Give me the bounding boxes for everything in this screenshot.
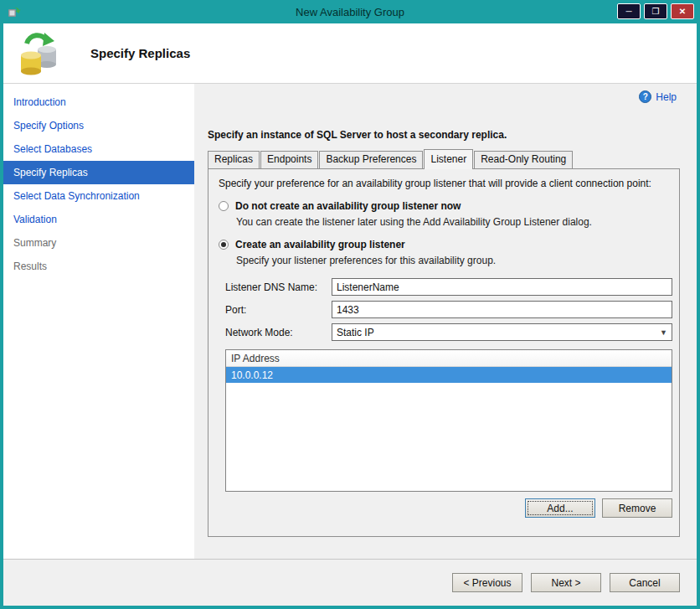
help-link[interactable]: ? Help xyxy=(639,90,677,103)
dialog-frame: Specify Replicas Introduction Specify Op… xyxy=(3,23,697,606)
sidebar-item-validation[interactable]: Validation xyxy=(3,208,194,231)
remove-button[interactable]: Remove xyxy=(602,498,672,518)
radio-create-listener-circle[interactable] xyxy=(219,240,229,250)
close-button[interactable]: ✕ xyxy=(671,3,694,19)
next-button[interactable]: Next > xyxy=(531,573,601,592)
instruction-text: Specify an instance of SQL Server to hos… xyxy=(208,129,680,141)
radio-no-listener-description: You can create the listener later using … xyxy=(236,216,672,228)
radio-no-listener-circle[interactable] xyxy=(219,201,229,211)
page-title: Specify Replicas xyxy=(90,46,190,60)
tab-endpoints[interactable]: Endpoints xyxy=(260,151,318,168)
sidebar-item-select-data-synchronization[interactable]: Select Data Synchronization xyxy=(3,184,194,208)
chevron-down-icon: ▼ xyxy=(656,325,671,339)
ip-list-buttons: Add... Remove xyxy=(219,498,672,518)
radio-no-listener[interactable]: Do not create an availability group list… xyxy=(219,200,672,212)
wizard-sidebar: Introduction Specify Options Select Data… xyxy=(3,84,194,559)
content-area: Introduction Specify Options Select Data… xyxy=(3,84,697,559)
port-label: Port: xyxy=(225,304,332,316)
network-mode-row: Network Mode: Static IP ▼ xyxy=(225,323,672,341)
listener-tab-panel: Specify your preference for an availabil… xyxy=(208,168,680,537)
sidebar-item-specify-options[interactable]: Specify Options xyxy=(3,114,194,137)
sidebar-item-specify-replicas[interactable]: Specify Replicas xyxy=(3,161,194,184)
dns-name-input[interactable] xyxy=(332,278,672,296)
new-availability-group-window: New Availability Group ─ ❐ ✕ xyxy=(0,0,700,609)
tab-replicas[interactable]: Replicas xyxy=(208,151,260,168)
main-pane: ? Help Specify an instance of SQL Server… xyxy=(194,84,697,559)
network-mode-label: Network Mode: xyxy=(225,327,332,338)
window-title: New Availability Group xyxy=(0,0,700,23)
help-label: Help xyxy=(656,91,677,103)
ip-address-list[interactable]: IP Address 10.0.0.12 xyxy=(225,349,672,492)
port-input[interactable] xyxy=(332,301,672,318)
wizard-footer: < Previous Next > Cancel xyxy=(3,559,697,606)
dns-name-label: Listener DNS Name: xyxy=(225,281,332,293)
maximize-button[interactable]: ❐ xyxy=(644,3,667,19)
listener-form: Listener DNS Name: Port: Network Mode: S… xyxy=(225,278,672,341)
network-mode-select[interactable]: Static IP ▼ xyxy=(332,323,672,341)
radio-create-listener[interactable]: Create an availability group listener xyxy=(219,239,672,250)
ip-address-column-header[interactable]: IP Address xyxy=(226,350,672,367)
window-controls: ─ ❐ ✕ xyxy=(617,3,694,19)
title-bar[interactable]: New Availability Group ─ ❐ ✕ xyxy=(0,0,700,23)
dns-name-row: Listener DNS Name: xyxy=(225,278,672,296)
sidebar-item-introduction[interactable]: Introduction xyxy=(3,90,194,114)
ip-address-row[interactable]: 10.0.0.12 xyxy=(226,367,672,383)
front-cylinder xyxy=(21,51,41,75)
radio-no-listener-label: Do not create an availability group list… xyxy=(235,200,461,212)
tab-backup-preferences[interactable]: Backup Preferences xyxy=(319,151,423,168)
sidebar-item-select-databases[interactable]: Select Databases xyxy=(3,137,194,161)
minimize-button[interactable]: ─ xyxy=(617,3,641,19)
tab-listener[interactable]: Listener xyxy=(424,149,473,169)
cancel-button[interactable]: Cancel xyxy=(610,573,680,592)
tab-strip: Replicas Endpoints Backup Preferences Li… xyxy=(208,149,680,168)
radio-create-listener-description: Specify your listener preferences for th… xyxy=(236,255,672,266)
listener-intro-text: Specify your preference for an availabil… xyxy=(219,178,672,189)
network-mode-value: Static IP xyxy=(337,327,374,338)
help-icon: ? xyxy=(639,90,651,103)
radio-create-listener-label: Create an availability group listener xyxy=(235,239,405,250)
add-button[interactable]: Add... xyxy=(525,498,595,518)
previous-button[interactable]: < Previous xyxy=(452,573,522,592)
wizard-header: Specify Replicas xyxy=(3,23,697,84)
availability-group-icon xyxy=(17,31,60,76)
sidebar-item-results: Results xyxy=(3,255,194,278)
sidebar-item-summary: Summary xyxy=(3,231,194,255)
tab-read-only-routing[interactable]: Read-Only Routing xyxy=(474,151,573,168)
port-row: Port: xyxy=(225,301,672,318)
